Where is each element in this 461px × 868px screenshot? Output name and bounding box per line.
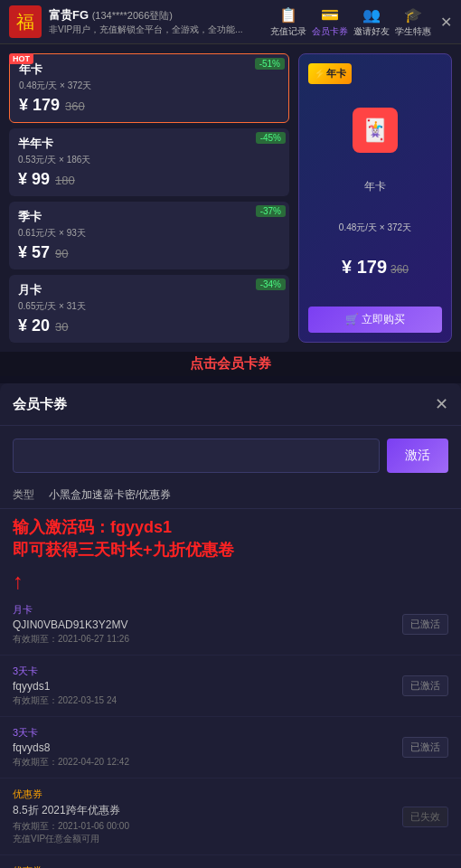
card-name-3: 月卡 (18, 282, 280, 298)
voucher-close-button[interactable]: ✕ (435, 394, 448, 414)
nav-card[interactable]: 💳 会员卡券 (312, 6, 348, 38)
year-card-item[interactable]: HOT -51% 年卡 0.48元/天 × 372天 ¥ 179 360 (9, 53, 289, 123)
voucher-tag-1: 3天卡 (13, 665, 402, 678)
card-price-old-2: 90 (55, 247, 68, 260)
featured-card: ⚡年卡 🃏 年卡 0.48元/天 × 372天 ¥ 179 360 🛒 立即购买 (298, 53, 452, 343)
voucher-status-3[interactable]: 已失效 (402, 807, 448, 827)
voucher-expire-0: 有效期至：2021-06-27 11:26 (13, 633, 402, 646)
card-price-new-2: ¥ 57 (18, 243, 50, 262)
type-value: 小黑盒加速器卡密/优惠券 (49, 487, 171, 503)
card-icon: 💳 (321, 6, 339, 24)
card-name-1: 半年卡 (18, 136, 280, 152)
featured-badge: ⚡年卡 (308, 63, 352, 84)
voucher-status-0[interactable]: 已激活 (402, 614, 448, 635)
featured-desc: 0.48元/天 × 372天 (339, 222, 411, 234)
voucher-item-2: 3天卡 fqvyds8 有效期至：2022-04-20 12:42 已激活 (0, 717, 461, 778)
card-name-2: 季卡 (18, 209, 280, 225)
voucher-item-0: 月卡 QJIN0VBAD91K3Y2MV 有效期至：2021-06-27 11:… (0, 594, 461, 656)
invite-icon: 👥 (362, 6, 381, 24)
buy-button[interactable]: 🛒 立即购买 (308, 307, 442, 333)
voucher-header: 会员卡券 ✕ (0, 383, 461, 426)
featured-price-new: ¥ 179 (342, 257, 387, 278)
student-icon: 🎓 (404, 6, 422, 24)
recharge-icon: 📋 (279, 6, 297, 24)
activation-row: 激活 (0, 426, 461, 482)
top-nav: 📋 充值记录 💳 会员卡券 👥 邀请好友 🎓 学生特惠 ✕ (270, 6, 452, 38)
voucher-code-1: fqyyds1 (13, 680, 402, 693)
card-list: HOT -51% 年卡 0.48元/天 × 372天 ¥ 179 360 -45… (9, 53, 289, 343)
card-desc-2: 0.61元/天 × 93天 (18, 227, 280, 240)
discount-badge-3: -34% (256, 278, 286, 290)
discount-badge-1: -45% (256, 132, 286, 144)
activate-button[interactable]: 激活 (387, 439, 448, 473)
type-row: 类型 小黑盒加速器卡密/优惠券 (0, 482, 461, 509)
card-name-0: 年卡 (19, 61, 279, 78)
click-hint: 点击会员卡券 (0, 352, 461, 376)
discount-badge-2: -37% (256, 205, 286, 217)
card-desc-3: 0.65元/天 × 31天 (18, 300, 280, 313)
hot-badge: HOT (9, 53, 33, 64)
voucher-status-2[interactable]: 已激活 (402, 737, 448, 758)
voucher-code-2: fqvyds8 (13, 741, 402, 754)
section-divider (0, 376, 461, 383)
card-price-new-1: ¥ 99 (18, 170, 50, 189)
card-price-old-0: 360 (65, 99, 85, 113)
voucher-list: 月卡 QJIN0VBAD91K3Y2MV 有效期至：2021-06-27 11:… (0, 594, 461, 868)
voucher-expire-2: 有效期至：2022-04-20 12:42 (13, 756, 402, 769)
nav-student[interactable]: 🎓 学生特惠 (395, 6, 431, 38)
voucher-section: 会员卡券 ✕ 激活 类型 小黑盒加速器卡密/优惠券 输入激活码：fgyyds1 … (0, 383, 461, 868)
voucher-expire-3: 有效期至：2021-01-06 00:00充值VIP任意金额可用 (13, 820, 402, 845)
season-card-item[interactable]: -37% 季卡 0.61元/天 × 93天 ¥ 57 90 (9, 202, 289, 269)
top-bar: 福 富贵FG (134****2066登陆) 非VIP用户，充值解锁全平台，全游… (0, 0, 461, 44)
card-desc-0: 0.48元/天 × 372天 (19, 80, 279, 92)
voucher-tag-4: 优惠券 (13, 864, 402, 868)
promo-text: 输入激活码：fgyyds1 即可获得三天时长+九折优惠卷 (0, 509, 461, 569)
voucher-status-1[interactable]: 已激活 (402, 675, 448, 696)
featured-title: 年卡 (364, 179, 386, 194)
voucher-expire-1: 有效期至：2022-03-15 24 (13, 694, 402, 707)
app-info: 富贵FG (134****2066登陆) 非VIP用户，充值解锁全平台，全游戏，… (49, 7, 242, 36)
voucher-tag-3: 优惠券 (13, 788, 402, 801)
half-year-card-item[interactable]: -45% 半年卡 0.53元/天 × 186天 ¥ 99 180 (9, 128, 289, 196)
card-price-old-1: 180 (55, 174, 75, 187)
card-price-old-3: 30 (55, 320, 68, 334)
voucher-title: 会员卡券 (13, 396, 67, 413)
nav-invite[interactable]: 👥 邀请好友 (353, 6, 390, 38)
close-button[interactable]: ✕ (440, 14, 452, 31)
featured-icon: 🃏 (353, 108, 398, 153)
voucher-item-4: 优惠券 8.5折 2021年双十一优惠券 有效期至：2021-11-14 00:… (0, 855, 461, 868)
arrow-indicator: ↑ (0, 569, 461, 594)
featured-price-old: 360 (390, 263, 409, 276)
type-label: 类型 (13, 487, 49, 503)
app-logo: 福 (9, 5, 42, 38)
voucher-tag-0: 月卡 (13, 603, 402, 617)
voucher-tag-2: 3天卡 (13, 726, 402, 740)
card-price-new-0: ¥ 179 (19, 96, 60, 115)
month-card-item[interactable]: -34% 月卡 0.65元/天 × 31天 ¥ 20 30 (9, 275, 289, 343)
voucher-code-0: QJIN0VBAD91K3Y2MV (13, 618, 402, 631)
activation-input[interactable] (13, 439, 380, 473)
nav-recharge[interactable]: 📋 充值记录 (270, 6, 306, 38)
cards-section: HOT -51% 年卡 0.48元/天 × 372天 ¥ 179 360 -45… (0, 44, 461, 352)
voucher-item-1: 3天卡 fqyyds1 有效期至：2022-03-15 24 已激活 (0, 656, 461, 717)
card-desc-1: 0.53元/天 × 186天 (18, 154, 280, 166)
card-price-new-3: ¥ 20 (18, 316, 50, 335)
voucher-code-3: 8.5折 2021跨年优惠券 (13, 803, 402, 818)
voucher-item-3: 优惠券 8.5折 2021跨年优惠券 有效期至：2021-01-06 00:00… (0, 778, 461, 855)
discount-badge-0: -51% (255, 58, 285, 70)
